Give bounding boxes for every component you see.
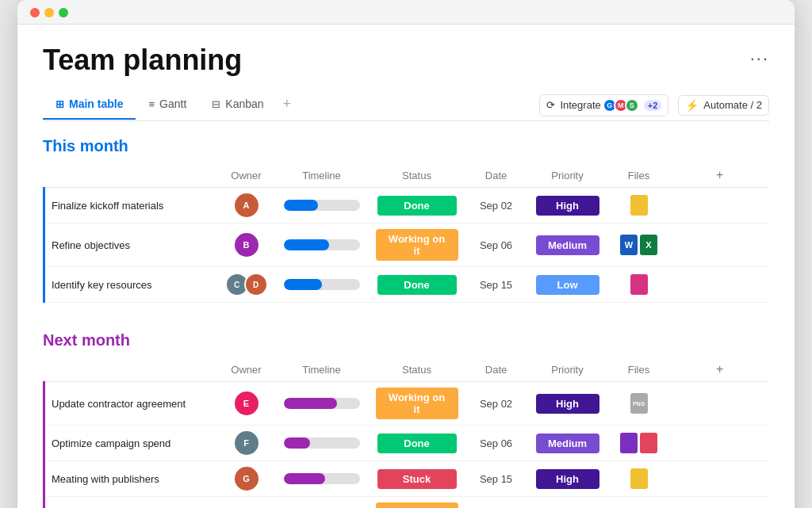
close-button[interactable] [30,8,40,17]
this-month-section: This month Owner Timeline Status Date Pr… [43,137,769,303]
timeline-cell [274,497,370,509]
main-content: Team planning ··· ⊞ Main table ≡ Gantt ⊟… [17,25,795,508]
tab-gantt[interactable]: ≡ Gantt [136,91,199,120]
automate-icon: ⚡ [685,99,699,112]
files-cell [607,426,671,461]
add-column-button[interactable]: + [671,163,770,188]
row-add-button[interactable] [671,267,770,303]
add-tab-button[interactable]: + [277,90,298,120]
status-cell: Stuck [370,461,465,497]
owner-cell: E [219,382,274,426]
task-name: Finalize kickoff materials [44,188,219,223]
row-add-button[interactable] [671,426,770,461]
task-name: Update contractor agreement [44,382,219,426]
timeline-cell [274,426,370,461]
task-name: New candidate interviews [44,497,219,509]
files-cell [607,188,671,223]
date-cell: Sep 06 [465,426,528,461]
priority-cell: High [528,188,607,223]
col-header-date: Date [465,357,528,382]
col-header-owner: Owner [219,163,274,188]
col-header-timeline: Timeline [274,357,370,382]
status-cell: Done [370,188,465,223]
owner-cell: C D [219,267,274,303]
row-add-button[interactable] [671,382,770,426]
col-header-priority: Priority [528,163,607,188]
more-options-button[interactable]: ··· [750,48,769,69]
minimize-button[interactable] [44,8,54,17]
add-column-button[interactable]: + [671,357,770,382]
tab-kanban[interactable]: ⊟ Kanban [199,91,276,120]
integrate-avatars: G M S [606,98,639,113]
col-header-files: Files [607,357,671,382]
tab-label: Main table [69,97,123,110]
titlebar [17,0,795,25]
timeline-cell [274,188,370,223]
kanban-icon: ⊟ [212,98,220,110]
row-add-button[interactable] [671,188,770,223]
tab-bar: ⊞ Main table ≡ Gantt ⊟ Kanban + ⟳ Integr… [43,90,769,121]
files-cell: WX [607,223,671,267]
automate-label: Automate / 2 [703,99,762,111]
col-header-owner: Owner [219,357,274,382]
timeline-cell [274,223,370,267]
col-header-timeline: Timeline [274,163,370,188]
table-row[interactable]: Identify key resources C D Done Sep 15 L… [44,267,770,303]
priority-cell: High [528,461,607,497]
owner-cell: B [219,223,274,267]
table-row[interactable]: Finalize kickoff materials A Done Sep 02… [44,188,770,223]
integrate-label: Integrate [560,99,600,111]
tab-list: ⊞ Main table ≡ Gantt ⊟ Kanban + [43,90,539,120]
row-add-button[interactable] [671,461,770,497]
owner-cell: H I [219,497,274,509]
maximize-button[interactable] [59,8,68,17]
status-cell: Done [370,267,465,303]
table-row[interactable]: New candidate interviews H I Working on … [44,497,770,509]
this-month-title: This month [43,137,769,155]
task-name: Meating with publishers [44,461,219,497]
automate-button[interactable]: ⚡ Automate / 2 [678,95,769,116]
timeline-cell [274,382,370,426]
this-month-table: Owner Timeline Status Date Priority File… [43,163,769,303]
task-name: Optimize campaign spend [44,426,219,461]
status-cell: Working on it [370,223,465,267]
files-cell [607,461,671,497]
date-cell: Sep 17 [465,497,528,509]
priority-cell: Medium [528,223,607,267]
timeline-cell [274,267,370,303]
owner-cell: G [219,461,274,497]
col-header-date: Date [465,163,528,188]
date-cell: Sep 02 [465,382,528,426]
task-name: Refine objectives [44,223,219,267]
col-header-status: Status [370,163,465,188]
status-cell: Working on it [370,382,465,426]
col-header-files: Files [607,163,671,188]
integrate-button[interactable]: ⟳ Integrate G M S +2 [539,94,668,116]
tab-main-table[interactable]: ⊞ Main table [43,91,136,120]
row-add-button[interactable] [671,223,770,267]
row-add-button[interactable] [671,497,770,509]
tab-label: Kanban [225,97,263,110]
files-cell: PNG [607,382,671,426]
col-header-priority: Priority [528,357,607,382]
table-row[interactable]: Optimize campaign spend F Done Sep 06 Me… [44,426,770,461]
table-row[interactable]: Update contractor agreement E Working on… [44,382,770,426]
page-header: Team planning ··· [43,44,769,77]
page-title: Team planning [43,44,242,77]
table-row[interactable]: Meating with publishers G Stuck Sep 15 H… [44,461,770,497]
app-window: Team planning ··· ⊞ Main table ≡ Gantt ⊟… [17,0,795,508]
table-icon: ⊞ [56,98,64,110]
tab-label: Gantt [159,97,186,110]
table-row[interactable]: Refine objectives B Working on it Sep 06… [44,223,770,267]
owner-cell: A [219,188,274,223]
status-cell: Working on it [370,497,465,509]
col-header-name [44,357,219,382]
next-month-title: Next month [43,331,769,349]
next-month-table: Owner Timeline Status Date Priority File… [43,357,769,508]
files-cell: W [607,497,671,509]
priority-cell: Low [528,267,607,303]
traffic-lights [30,8,782,17]
date-cell: Sep 15 [465,461,528,497]
integrate-badge: +2 [644,100,662,111]
timeline-cell [274,461,370,497]
